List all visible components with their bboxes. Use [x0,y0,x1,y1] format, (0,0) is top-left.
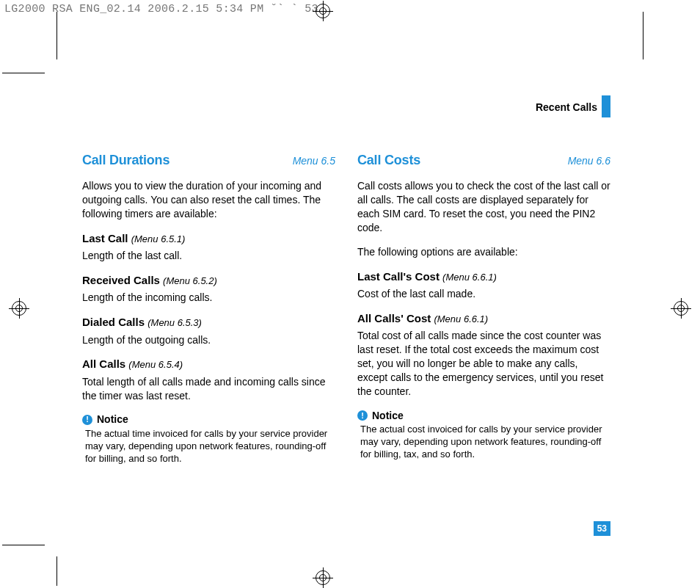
crop-mark [2,73,45,73]
column-right: Call Costs Menu 6.6 Call costs allows yo… [357,151,610,465]
body-text: Length of the last call. [82,249,335,263]
body-text: Length of the outgoing calls. [82,333,335,347]
registration-mark [9,298,29,319]
menu-ref: (Menu 6.5.2) [163,275,217,286]
body-text: Cost of the last call made. [357,287,610,301]
body-text: Length of the incoming calls. [82,291,335,305]
menu-ref: (Menu 6.5.1) [131,233,186,244]
column-left: Call Durations Menu 6.5 Allows you to vi… [82,151,335,465]
running-head: Recent Calls [536,101,597,113]
crop-mark [2,545,45,545]
menu-ref: (Menu 6.6.1) [442,272,497,283]
crop-mark [56,556,57,586]
body-text: Call costs allows you to check the cost … [357,179,610,235]
registration-mark [671,298,691,319]
menu-ref: (Menu 6.6.1) [434,313,488,324]
body-text: Total length of all calls made and incom… [82,375,335,403]
menu-ref: Menu 6.6 [568,154,610,168]
menu-ref: Menu 6.5 [293,154,335,168]
menu-ref: (Menu 6.5.4) [128,359,183,370]
page-content: Recent Calls Call Durations Menu 6.5 All… [82,101,610,465]
sub-heading: Last Call's Cost [357,270,440,283]
body-text: Total cost of all calls made since the c… [357,329,610,398]
print-header: LG2000 RSA ENG_02.14 2006.2.15 5:34 PM ˘… [4,3,318,15]
crop-mark [643,12,644,59]
page-number: 53 [594,521,610,536]
menu-ref: (Menu 6.5.3) [147,317,202,328]
notice-label: Notice [97,413,128,427]
body-text: Allows you to view the duration of your … [82,179,335,221]
sub-heading: All Calls [82,357,125,370]
notice-label: Notice [372,409,404,423]
sub-heading: Received Calls [82,274,160,286]
notice-icon: ! [82,415,92,425]
notice-text: The actual time invoiced for calls by yo… [85,428,335,465]
body-text: The following options are available: [357,245,610,259]
sub-heading: Last Call [82,232,128,244]
section-tab [602,95,610,117]
notice-text: The actual cost invoiced for calls by yo… [360,424,610,461]
registration-mark [313,1,333,21]
crop-mark [56,12,57,59]
sub-heading: All Calls' Cost [357,312,431,324]
notice-icon: ! [357,410,368,421]
sub-heading: Dialed Calls [82,316,145,328]
section-title: Call Durations [82,151,169,169]
registration-mark [313,567,333,588]
section-title: Call Costs [357,151,420,169]
